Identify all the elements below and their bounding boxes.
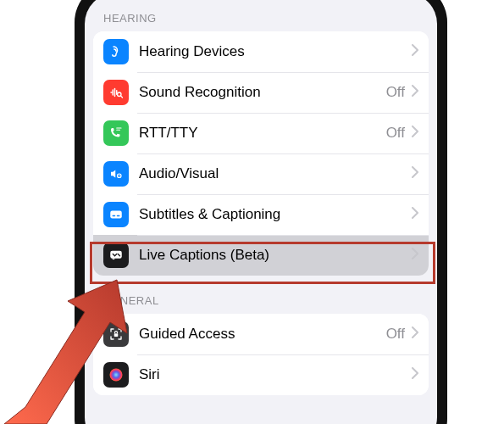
- row-siri[interactable]: Siri: [93, 354, 429, 395]
- row-subtitles-captioning[interactable]: Subtitles & Captioning: [93, 194, 429, 235]
- settings-screen: HEARING Hearing Devices Sound Recognitio…: [85, 0, 437, 424]
- sound-search-icon: [103, 80, 129, 105]
- row-label: Audio/Visual: [139, 165, 412, 182]
- row-live-captions[interactable]: Live Captions (Beta): [93, 235, 429, 276]
- group-general: Guided Access Off: [93, 314, 429, 395]
- phone-frame: HEARING Hearing Devices Sound Recognitio…: [75, 0, 447, 424]
- chevron-right-icon: [412, 126, 418, 141]
- row-label: Subtitles & Captioning: [139, 206, 412, 223]
- captions-icon: [103, 202, 129, 227]
- row-label: Live Captions (Beta): [139, 247, 412, 264]
- row-guided-access[interactable]: Guided Access Off: [93, 314, 429, 354]
- row-label: RTT/TTY: [139, 125, 386, 142]
- svg-rect-5: [117, 215, 120, 217]
- siri-icon: [103, 362, 129, 388]
- speaker-eye-icon: [103, 161, 129, 187]
- svg-point-8: [110, 369, 123, 382]
- ear-icon: [103, 39, 129, 64]
- chevron-right-icon: [412, 248, 418, 263]
- chevron-right-icon: [412, 44, 418, 59]
- phone-text-icon: [103, 120, 129, 146]
- row-rtt-tty[interactable]: RTT/TTY Off: [93, 113, 429, 153]
- row-hearing-devices[interactable]: Hearing Devices: [93, 31, 429, 72]
- svg-rect-3: [110, 211, 122, 219]
- row-sound-recognition[interactable]: Sound Recognition Off: [93, 72, 429, 113]
- row-audio-visual[interactable]: Audio/Visual: [93, 153, 429, 194]
- svg-rect-4: [113, 215, 116, 217]
- section-header-general: GENERAL: [85, 276, 437, 314]
- chevron-right-icon: [412, 85, 418, 100]
- row-value: Off: [386, 326, 405, 343]
- row-label: Hearing Devices: [139, 43, 412, 60]
- chevron-right-icon: [412, 207, 418, 222]
- row-value: Off: [386, 84, 405, 101]
- chevron-right-icon: [412, 166, 418, 181]
- row-label: Siri: [139, 366, 412, 383]
- row-label: Guided Access: [139, 326, 386, 343]
- chevron-right-icon: [412, 326, 418, 342]
- row-label: Sound Recognition: [139, 84, 386, 101]
- svg-rect-7: [114, 333, 119, 337]
- lock-frame-icon: [103, 321, 129, 347]
- group-hearing: Hearing Devices Sound Recognition Off RT…: [93, 31, 429, 276]
- svg-point-2: [119, 176, 120, 177]
- row-value: Off: [386, 125, 405, 142]
- section-header-hearing: HEARING: [85, 0, 437, 31]
- chevron-right-icon: [412, 367, 418, 382]
- live-captions-icon: [103, 243, 129, 268]
